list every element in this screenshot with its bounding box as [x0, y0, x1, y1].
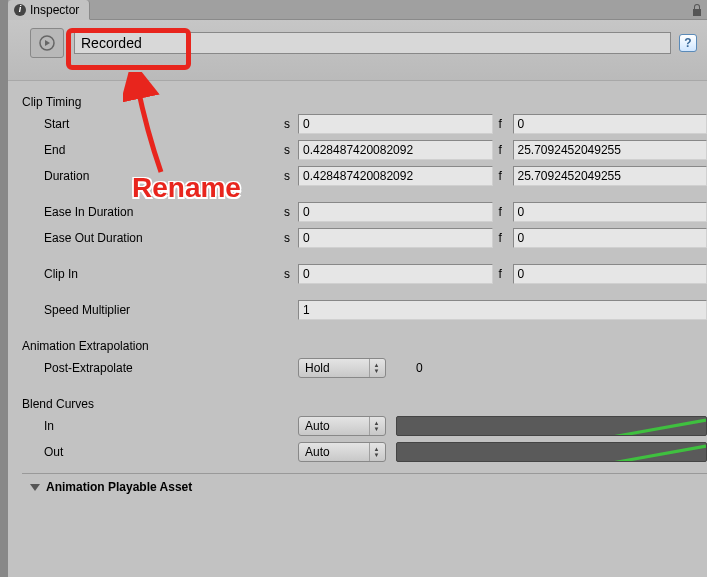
dropdown-value: Auto [305, 419, 330, 433]
tab-label: Inspector [30, 3, 79, 17]
dropdown-value: Hold [305, 361, 330, 375]
asset-foldout[interactable]: Animation Playable Asset [22, 473, 707, 500]
label-duration: Duration [44, 169, 284, 183]
tab-bar: i Inspector [8, 0, 707, 20]
label-start: Start [44, 117, 284, 131]
unit-s: s [284, 231, 298, 245]
asset-title: Animation Playable Asset [46, 480, 192, 494]
blend-out-curve[interactable] [396, 442, 707, 462]
end-frames-input[interactable] [513, 140, 708, 160]
duration-frames-input[interactable] [513, 166, 708, 186]
post-extrapolate-dropdown[interactable]: Hold ▲▼ [298, 358, 386, 378]
play-icon [30, 28, 64, 58]
row-start: Start s f [22, 111, 707, 137]
row-blend-out: Out Auto ▲▼ [22, 439, 707, 465]
chevron-down-icon [30, 484, 40, 491]
chevron-updown-icon: ▲▼ [369, 359, 383, 377]
unit-f: f [499, 143, 513, 157]
clip-name-input[interactable] [74, 32, 671, 54]
ease-out-seconds-input[interactable] [298, 228, 493, 248]
unit-s: s [284, 267, 298, 281]
blend-out-dropdown[interactable]: Auto ▲▼ [298, 442, 386, 462]
post-extrapolate-extra: 0 [416, 361, 423, 375]
label-ease-out: Ease Out Duration [44, 231, 284, 245]
row-clip-in: Clip In s f [22, 261, 707, 287]
label-blend-in: In [44, 419, 298, 433]
row-blend-in: In Auto ▲▼ [22, 413, 707, 439]
clip-in-frames-input[interactable] [513, 264, 708, 284]
tab-inspector[interactable]: i Inspector [8, 0, 90, 20]
info-icon: i [14, 4, 26, 16]
row-speed: Speed Multiplier [22, 297, 707, 323]
unit-s: s [284, 205, 298, 219]
unit-s: s [284, 117, 298, 131]
clip-in-seconds-input[interactable] [298, 264, 493, 284]
label-ease-in: Ease In Duration [44, 205, 284, 219]
label-post-extrapolate: Post-Extrapolate [44, 361, 298, 375]
section-blend: Blend Curves [22, 389, 707, 413]
duration-seconds-input[interactable] [298, 166, 493, 186]
row-ease-out: Ease Out Duration s f [22, 225, 707, 251]
unit-f: f [499, 231, 513, 245]
end-seconds-input[interactable] [298, 140, 493, 160]
row-post-extrapolate: Post-Extrapolate Hold ▲▼ 0 [22, 355, 707, 381]
unit-f: f [499, 117, 513, 131]
label-speed: Speed Multiplier [44, 303, 298, 317]
lock-icon[interactable] [687, 3, 707, 17]
ease-in-frames-input[interactable] [513, 202, 708, 222]
ease-in-seconds-input[interactable] [298, 202, 493, 222]
unit-s: s [284, 143, 298, 157]
content: Clip Timing Start s f End s f Duration s… [8, 81, 707, 500]
unit-f: f [499, 169, 513, 183]
start-frames-input[interactable] [513, 114, 708, 134]
unit-f: f [499, 205, 513, 219]
help-icon[interactable]: ? [679, 34, 697, 52]
blend-in-curve[interactable] [396, 416, 707, 436]
chevron-updown-icon: ▲▼ [369, 417, 383, 435]
blend-in-dropdown[interactable]: Auto ▲▼ [298, 416, 386, 436]
ease-out-frames-input[interactable] [513, 228, 708, 248]
chevron-updown-icon: ▲▼ [369, 443, 383, 461]
unit-f: f [499, 267, 513, 281]
row-duration: Duration s f [22, 163, 707, 189]
label-clip-in: Clip In [44, 267, 284, 281]
section-extrapolation: Animation Extrapolation [22, 331, 707, 355]
row-end: End s f [22, 137, 707, 163]
speed-input[interactable] [298, 300, 707, 320]
dropdown-value: Auto [305, 445, 330, 459]
section-clip-timing: Clip Timing [22, 87, 707, 111]
label-blend-out: Out [44, 445, 298, 459]
start-seconds-input[interactable] [298, 114, 493, 134]
label-end: End [44, 143, 284, 157]
clip-header: ? [8, 20, 707, 81]
unit-s: s [284, 169, 298, 183]
row-ease-in: Ease In Duration s f [22, 199, 707, 225]
